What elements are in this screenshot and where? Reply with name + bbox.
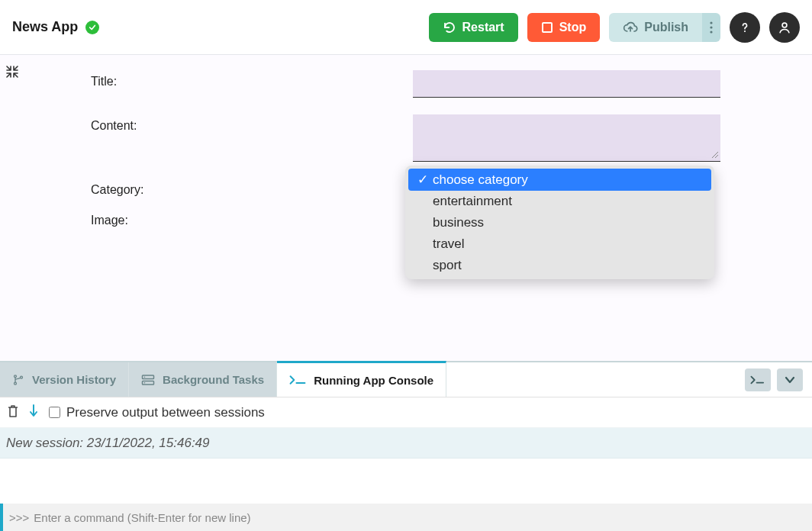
- more-vertical-icon: [710, 21, 713, 34]
- trash-icon: [8, 405, 18, 417]
- svg-point-5: [782, 23, 787, 27]
- image-label: Image:: [91, 209, 413, 227]
- preserve-output-checkbox[interactable]: [49, 407, 60, 418]
- check-icon: ✓: [417, 172, 427, 188]
- header-right: Restart Stop Publish: [429, 12, 800, 43]
- tab-running-console-label: Running App Console: [314, 374, 433, 387]
- tab-running-console[interactable]: Running App Console: [277, 361, 446, 397]
- prompt-icon: [289, 375, 306, 385]
- collapse-button[interactable]: [6, 66, 18, 81]
- help-icon: [737, 20, 752, 35]
- account-button[interactable]: [769, 12, 800, 43]
- dropdown-item-business[interactable]: business: [408, 212, 711, 233]
- stop-label: Stop: [559, 21, 587, 34]
- svg-point-12: [144, 382, 146, 384]
- clear-console-button[interactable]: [8, 405, 18, 420]
- collapse-panel-button[interactable]: [777, 368, 803, 391]
- category-label: Category:: [91, 179, 413, 197]
- publish-button[interactable]: Publish: [609, 13, 702, 42]
- tab-version-history-label: Version History: [32, 373, 116, 386]
- dropdown-item-selected[interactable]: ✓ choose category: [408, 169, 711, 191]
- help-button[interactable]: [730, 12, 760, 43]
- dropdown-item-travel[interactable]: travel: [408, 233, 711, 255]
- content-input[interactable]: [413, 114, 720, 162]
- tab-version-history[interactable]: Version History: [0, 362, 129, 397]
- title-label: Title:: [91, 70, 413, 88]
- workspace: Title: Content: Category: Image: ✓ choos…: [0, 55, 812, 361]
- svg-point-11: [144, 376, 146, 378]
- session-info: New session: 23/11/2022, 15:46:49: [0, 428, 812, 459]
- tab-background-tasks[interactable]: Background Tasks: [129, 362, 277, 397]
- stop-icon: [541, 21, 553, 34]
- tab-background-tasks-label: Background Tasks: [163, 373, 264, 386]
- content-row: Content:: [91, 114, 736, 162]
- resize-handle-icon: [711, 151, 719, 159]
- restart-icon: [443, 21, 456, 34]
- category-dropdown[interactable]: ✓ choose category entertainment business…: [405, 166, 714, 279]
- prompt-small-icon: [750, 375, 765, 385]
- svg-point-3: [710, 31, 712, 33]
- user-icon: [777, 20, 792, 35]
- app-title: News App: [12, 19, 78, 35]
- tab-tools: [736, 362, 812, 397]
- title-row: Title:: [91, 70, 736, 98]
- branch-icon: [12, 374, 24, 386]
- restart-button[interactable]: Restart: [429, 13, 518, 42]
- command-input-line[interactable]: >>> Enter a command (Shift-Enter for new…: [0, 504, 812, 531]
- publish-group: Publish: [609, 13, 720, 42]
- svg-point-6: [14, 375, 17, 377]
- arrow-down-icon: [29, 404, 38, 418]
- chevron-down-icon: [785, 376, 795, 384]
- svg-point-4: [744, 30, 746, 31]
- header-left: News App: [12, 19, 99, 35]
- tasks-icon: [141, 374, 155, 386]
- content-label: Content:: [91, 114, 413, 133]
- publish-more-button[interactable]: [702, 13, 720, 42]
- scroll-to-bottom-button[interactable]: [29, 404, 38, 421]
- preserve-output-label: Preserve output between sessions: [66, 405, 265, 420]
- command-placeholder: Enter a command (Shift-Enter for new lin…: [34, 511, 250, 524]
- title-input[interactable]: [413, 70, 720, 98]
- svg-point-2: [710, 26, 712, 28]
- session-text: New session: 23/11/2022, 15:46:49: [6, 436, 210, 451]
- svg-point-1: [710, 21, 712, 24]
- svg-rect-0: [543, 23, 552, 32]
- restart-label: Restart: [462, 21, 504, 34]
- publish-label: Publish: [644, 21, 688, 34]
- dropdown-selected-label: choose category: [433, 172, 528, 188]
- dropdown-item-entertainment[interactable]: entertainment: [408, 191, 711, 212]
- prompt-symbol: >>>: [9, 511, 29, 524]
- preserve-output-toggle[interactable]: Preserve output between sessions: [49, 405, 265, 420]
- stop-button[interactable]: Stop: [527, 13, 601, 42]
- svg-point-7: [14, 382, 17, 385]
- dropdown-item-sport[interactable]: sport: [408, 255, 711, 276]
- console-body: [0, 459, 812, 504]
- collapse-icon: [6, 66, 18, 78]
- cloud-upload-icon: [623, 21, 638, 34]
- app-header: News App Restart Stop Publish: [0, 0, 812, 55]
- bottom-tabs: Version History Background Tasks Running…: [0, 361, 812, 397]
- console-controls: Preserve output between sessions: [0, 397, 812, 428]
- console-prompt-button[interactable]: [745, 368, 771, 391]
- verified-icon: [85, 21, 99, 34]
